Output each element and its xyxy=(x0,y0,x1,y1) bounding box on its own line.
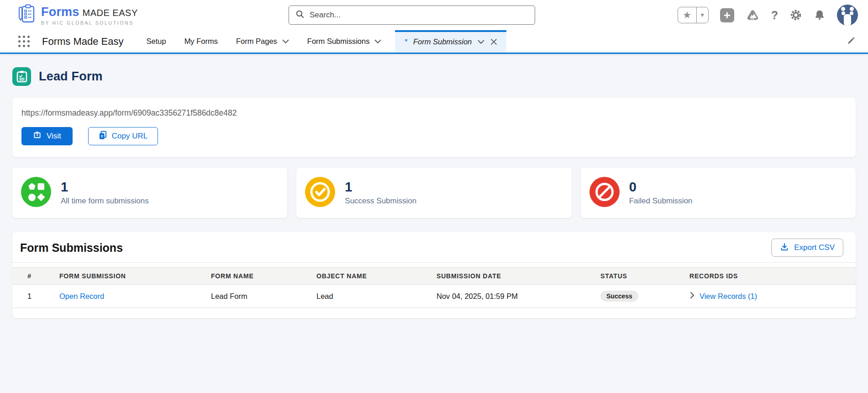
page-title: Lead Form xyxy=(39,69,103,84)
submissions-table: # FORM SUBMISSION FORM NAME OBJECT NAME … xyxy=(12,267,856,308)
setup-gear-icon[interactable] xyxy=(789,9,802,21)
unsaved-indicator: * xyxy=(404,37,407,46)
favorites-dropdown-caret-icon[interactable]: ▼ xyxy=(696,7,708,23)
visit-button[interactable]: Visit xyxy=(21,127,73,145)
chevron-right-icon[interactable] xyxy=(689,292,695,301)
favorite-star-icon[interactable]: ★ xyxy=(678,7,696,23)
logo-tagline: BY HIC GLOBAL SOLUTIONS xyxy=(41,20,138,26)
stat-label: Failed Submission xyxy=(629,196,693,206)
column-header-num: # xyxy=(12,268,47,285)
nav-item-form-submissions[interactable]: Form Submissions xyxy=(307,37,382,46)
stat-label: All time form submissions xyxy=(61,196,149,206)
logo-brand-text: Forms xyxy=(41,5,79,19)
download-icon xyxy=(780,242,789,254)
status-badge: Success xyxy=(600,291,638,302)
row-number: 1 xyxy=(12,285,47,308)
view-records-link[interactable]: View Records (1) xyxy=(700,292,757,301)
check-circle-icon xyxy=(305,177,335,209)
search-icon xyxy=(295,10,305,21)
launch-icon xyxy=(33,131,42,142)
nav-item-label: Form Pages xyxy=(236,37,277,46)
column-header-records-ids: RECORDS IDS xyxy=(677,268,856,285)
user-avatar[interactable] xyxy=(837,5,858,26)
logo-brand-suffix: MADE EASY xyxy=(83,8,138,18)
top-utility-bar: Forms MADE EASY BY HIC GLOBAL SOLUTIONS … xyxy=(0,0,868,30)
page-header: Lead Form xyxy=(12,67,856,86)
search-input[interactable] xyxy=(310,11,528,20)
export-csv-label: Export CSV xyxy=(794,243,835,252)
nav-item-form-pages[interactable]: Form Pages xyxy=(236,37,289,46)
column-header-status: STATUS xyxy=(588,268,677,285)
row-submission-date: Nov 04, 2025, 01:59 PM xyxy=(424,285,588,308)
table-header-row: # FORM SUBMISSION FORM NAME OBJECT NAME … xyxy=(12,268,856,285)
stat-value: 0 xyxy=(629,180,693,194)
copy-url-button[interactable]: Copy URL xyxy=(88,127,158,145)
nav-item-my-forms[interactable]: My Forms xyxy=(184,37,218,46)
guidance-center-icon[interactable] xyxy=(746,9,760,21)
column-header-form-submission: FORM SUBMISSION xyxy=(47,268,198,285)
form-url: https://formsmadeasy.app/form/6909ac3356… xyxy=(21,108,847,118)
stat-card-all-submissions: 1 All time form submissions xyxy=(12,168,287,218)
global-actions-plus-icon[interactable]: + xyxy=(720,8,734,22)
close-icon[interactable] xyxy=(490,38,497,45)
open-record-link[interactable]: Open Record xyxy=(59,292,104,300)
form-submissions-card: Form Submissions Export CSV # xyxy=(12,232,856,318)
nav-item-label: Setup xyxy=(147,37,166,46)
favorites-split-button: ★ ▼ xyxy=(678,7,709,23)
app-launcher-waffle-icon[interactable] xyxy=(18,36,30,47)
form-url-card: https://formsmadeasy.app/form/6909ac3356… xyxy=(12,98,856,157)
app-name: Forms Made Easy xyxy=(42,36,124,48)
stat-value: 1 xyxy=(345,180,416,194)
column-header-submission-date: SUBMISSION DATE xyxy=(424,268,588,285)
ban-icon xyxy=(589,177,620,209)
chevron-down-icon[interactable] xyxy=(478,40,484,44)
shapes-icon xyxy=(21,177,51,209)
stat-card-success-submissions: 1 Success Submission xyxy=(296,168,571,218)
tab-form-submission-active[interactable]: * Form Submission xyxy=(395,30,506,53)
row-form-name: Lead Form xyxy=(198,285,304,308)
notifications-bell-icon[interactable] xyxy=(814,9,826,21)
table-row: 1 Open Record Lead Form Lead Nov 04, 202… xyxy=(12,285,856,308)
nav-item-label: My Forms xyxy=(184,37,218,46)
nav-item-setup[interactable]: Setup xyxy=(147,37,166,46)
copy-icon xyxy=(99,131,107,142)
app-nav-bar: Forms Made Easy Setup My Forms Form Page… xyxy=(0,30,868,54)
stat-card-failed-submissions: 0 Failed Submission xyxy=(581,168,856,218)
export-csv-button[interactable]: Export CSV xyxy=(771,239,843,257)
column-header-form-name: FORM NAME xyxy=(198,268,304,285)
copy-url-button-label: Copy URL xyxy=(112,132,147,141)
global-search[interactable] xyxy=(289,5,535,25)
logo-clipboard-icon xyxy=(16,4,37,27)
chevron-down-icon[interactable] xyxy=(374,37,381,46)
chevron-down-icon[interactable] xyxy=(282,37,289,46)
nav-item-label: Form Submissions xyxy=(307,37,370,46)
form-clipboard-icon xyxy=(12,67,31,86)
stat-label: Success Submission xyxy=(345,196,416,206)
app-logo: Forms MADE EASY BY HIC GLOBAL SOLUTIONS xyxy=(16,4,138,27)
help-icon[interactable]: ? xyxy=(771,9,778,22)
row-object-name: Lead xyxy=(304,285,424,308)
edit-nav-pencil-icon[interactable] xyxy=(847,36,856,47)
form-submissions-title: Form Submissions xyxy=(20,241,123,255)
divider xyxy=(12,262,856,263)
stat-value: 1 xyxy=(61,180,149,194)
column-header-object-name: OBJECT NAME xyxy=(304,268,424,285)
visit-button-label: Visit xyxy=(47,132,61,141)
tab-label: Form Submission xyxy=(413,37,472,46)
